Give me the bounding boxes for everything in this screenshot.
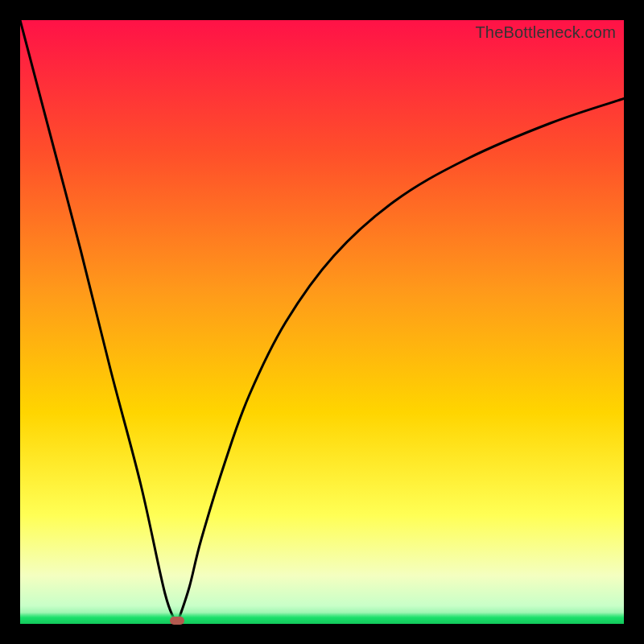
watermark-text: TheBottleneck.com (475, 23, 616, 42)
chart-frame: TheBottleneck.com (20, 20, 624, 624)
minimum-marker (170, 617, 184, 625)
chart-canvas (20, 20, 624, 624)
gradient-background (20, 20, 624, 624)
green-baseline-strip (20, 613, 624, 624)
